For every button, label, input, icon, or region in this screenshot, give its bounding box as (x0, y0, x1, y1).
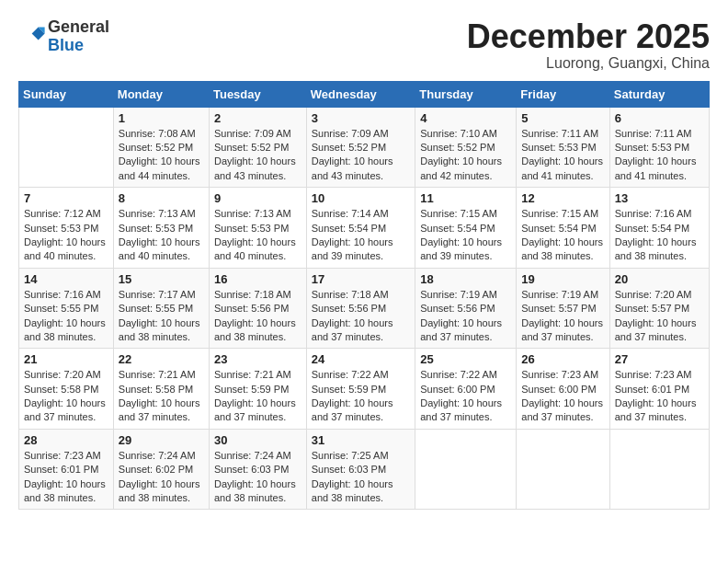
day-number: 7 (24, 191, 108, 205)
weekday-header-friday: Friday (517, 81, 609, 107)
week-row-4: 21Sunrise: 7:20 AM Sunset: 5:58 PM Dayli… (19, 349, 710, 430)
calendar-cell: 17Sunrise: 7:18 AM Sunset: 5:56 PM Dayli… (306, 268, 415, 349)
calendar-cell: 9Sunrise: 7:13 AM Sunset: 5:53 PM Daylig… (209, 188, 306, 269)
calendar-cell: 30Sunrise: 7:24 AM Sunset: 6:03 PM Dayli… (209, 429, 306, 510)
day-number: 18 (420, 272, 511, 286)
calendar-cell: 11Sunrise: 7:15 AM Sunset: 5:54 PM Dayli… (415, 188, 517, 269)
day-info: Sunrise: 7:23 AM Sunset: 6:00 PM Dayligh… (521, 368, 604, 425)
day-info: Sunrise: 7:18 AM Sunset: 5:56 PM Dayligh… (214, 288, 301, 345)
day-number: 28 (24, 433, 108, 447)
day-info: Sunrise: 7:24 AM Sunset: 6:02 PM Dayligh… (119, 449, 204, 506)
day-info: Sunrise: 7:15 AM Sunset: 5:54 PM Dayligh… (521, 207, 604, 264)
calendar-cell: 21Sunrise: 7:20 AM Sunset: 5:58 PM Dayli… (19, 349, 114, 430)
day-info: Sunrise: 7:11 AM Sunset: 5:53 PM Dayligh… (615, 127, 704, 184)
day-number: 3 (312, 111, 410, 125)
day-info: Sunrise: 7:17 AM Sunset: 5:55 PM Dayligh… (119, 288, 204, 345)
day-info: Sunrise: 7:09 AM Sunset: 5:52 PM Dayligh… (312, 127, 410, 184)
day-number: 10 (312, 191, 410, 205)
day-number: 15 (119, 272, 204, 286)
day-number: 31 (312, 433, 410, 447)
day-number: 2 (214, 111, 301, 125)
weekday-header-thursday: Thursday (415, 81, 517, 107)
day-info: Sunrise: 7:21 AM Sunset: 5:58 PM Dayligh… (119, 368, 204, 425)
calendar-cell: 6Sunrise: 7:11 AM Sunset: 5:53 PM Daylig… (609, 107, 709, 188)
day-info: Sunrise: 7:13 AM Sunset: 5:53 PM Dayligh… (214, 207, 301, 264)
day-info: Sunrise: 7:14 AM Sunset: 5:54 PM Dayligh… (312, 207, 410, 264)
page-header: General Blue December 2025 Luorong, Guan… (18, 18, 710, 72)
calendar-cell: 10Sunrise: 7:14 AM Sunset: 5:54 PM Dayli… (306, 188, 415, 269)
calendar-table: SundayMondayTuesdayWednesdayThursdayFrid… (18, 81, 710, 511)
day-number: 26 (521, 352, 604, 366)
calendar-cell (609, 429, 709, 510)
day-info: Sunrise: 7:11 AM Sunset: 5:53 PM Dayligh… (521, 127, 604, 184)
logo-general-text: General (48, 17, 109, 36)
day-number: 24 (312, 352, 410, 366)
day-number: 9 (214, 191, 301, 205)
day-number: 17 (312, 272, 410, 286)
weekday-header-wednesday: Wednesday (306, 81, 415, 107)
day-number: 27 (615, 352, 704, 366)
day-info: Sunrise: 7:24 AM Sunset: 6:03 PM Dayligh… (214, 449, 301, 506)
calendar-cell: 19Sunrise: 7:19 AM Sunset: 5:57 PM Dayli… (517, 268, 609, 349)
calendar-cell: 13Sunrise: 7:16 AM Sunset: 5:54 PM Dayli… (609, 188, 709, 269)
weekday-header-sunday: Sunday (19, 81, 114, 107)
week-row-1: 1Sunrise: 7:08 AM Sunset: 5:52 PM Daylig… (19, 107, 710, 188)
calendar-cell: 18Sunrise: 7:19 AM Sunset: 5:56 PM Dayli… (415, 268, 517, 349)
calendar-cell: 7Sunrise: 7:12 AM Sunset: 5:53 PM Daylig… (19, 188, 114, 269)
day-info: Sunrise: 7:16 AM Sunset: 5:54 PM Dayligh… (615, 207, 704, 264)
day-number: 6 (615, 111, 704, 125)
day-info: Sunrise: 7:20 AM Sunset: 5:58 PM Dayligh… (24, 368, 108, 425)
week-row-5: 28Sunrise: 7:23 AM Sunset: 6:01 PM Dayli… (19, 429, 710, 510)
day-number: 29 (119, 433, 204, 447)
calendar-cell: 29Sunrise: 7:24 AM Sunset: 6:02 PM Dayli… (113, 429, 209, 510)
day-number: 11 (420, 191, 511, 205)
day-number: 30 (214, 433, 301, 447)
calendar-cell: 25Sunrise: 7:22 AM Sunset: 6:00 PM Dayli… (415, 349, 517, 430)
day-number: 13 (615, 191, 704, 205)
day-number: 22 (119, 352, 204, 366)
calendar-cell: 12Sunrise: 7:15 AM Sunset: 5:54 PM Dayli… (517, 188, 609, 269)
calendar-cell: 5Sunrise: 7:11 AM Sunset: 5:53 PM Daylig… (517, 107, 609, 188)
day-info: Sunrise: 7:19 AM Sunset: 5:57 PM Dayligh… (521, 288, 604, 345)
day-info: Sunrise: 7:23 AM Sunset: 6:01 PM Dayligh… (24, 449, 108, 506)
day-info: Sunrise: 7:22 AM Sunset: 6:00 PM Dayligh… (420, 368, 511, 425)
day-number: 5 (521, 111, 604, 125)
weekday-header-monday: Monday (113, 81, 209, 107)
logo-icon (20, 22, 46, 48)
day-info: Sunrise: 7:08 AM Sunset: 5:52 PM Dayligh… (119, 127, 204, 184)
weekday-header-tuesday: Tuesday (209, 81, 306, 107)
day-number: 23 (214, 352, 301, 366)
day-info: Sunrise: 7:19 AM Sunset: 5:56 PM Dayligh… (420, 288, 511, 345)
day-info: Sunrise: 7:25 AM Sunset: 6:03 PM Dayligh… (312, 449, 410, 506)
day-number: 25 (420, 352, 511, 366)
day-number: 21 (24, 352, 108, 366)
calendar-cell (517, 429, 609, 510)
calendar-cell: 4Sunrise: 7:10 AM Sunset: 5:52 PM Daylig… (415, 107, 517, 188)
week-row-3: 14Sunrise: 7:16 AM Sunset: 5:55 PM Dayli… (19, 268, 710, 349)
calendar-cell: 24Sunrise: 7:22 AM Sunset: 5:59 PM Dayli… (306, 349, 415, 430)
day-number: 8 (119, 191, 204, 205)
day-number: 1 (119, 111, 204, 125)
calendar-cell: 31Sunrise: 7:25 AM Sunset: 6:03 PM Dayli… (306, 429, 415, 510)
day-number: 20 (615, 272, 704, 286)
calendar-cell: 16Sunrise: 7:18 AM Sunset: 5:56 PM Dayli… (209, 268, 306, 349)
day-info: Sunrise: 7:21 AM Sunset: 5:59 PM Dayligh… (214, 368, 301, 425)
calendar-cell: 15Sunrise: 7:17 AM Sunset: 5:55 PM Dayli… (113, 268, 209, 349)
day-info: Sunrise: 7:23 AM Sunset: 6:01 PM Dayligh… (615, 368, 704, 425)
calendar-cell (19, 107, 114, 188)
day-number: 12 (521, 191, 604, 205)
weekday-header-saturday: Saturday (609, 81, 709, 107)
week-row-2: 7Sunrise: 7:12 AM Sunset: 5:53 PM Daylig… (19, 188, 710, 269)
calendar-cell: 20Sunrise: 7:20 AM Sunset: 5:57 PM Dayli… (609, 268, 709, 349)
calendar-cell: 14Sunrise: 7:16 AM Sunset: 5:55 PM Dayli… (19, 268, 114, 349)
month-title: December 2025 (467, 18, 710, 55)
logo: General Blue (18, 18, 109, 55)
calendar-cell: 23Sunrise: 7:21 AM Sunset: 5:59 PM Dayli… (209, 349, 306, 430)
day-number: 16 (214, 272, 301, 286)
calendar-cell: 27Sunrise: 7:23 AM Sunset: 6:01 PM Dayli… (609, 349, 709, 430)
calendar-cell: 3Sunrise: 7:09 AM Sunset: 5:52 PM Daylig… (306, 107, 415, 188)
weekday-header-row: SundayMondayTuesdayWednesdayThursdayFrid… (19, 81, 710, 107)
day-info: Sunrise: 7:09 AM Sunset: 5:52 PM Dayligh… (214, 127, 301, 184)
day-info: Sunrise: 7:10 AM Sunset: 5:52 PM Dayligh… (420, 127, 511, 184)
day-number: 19 (521, 272, 604, 286)
